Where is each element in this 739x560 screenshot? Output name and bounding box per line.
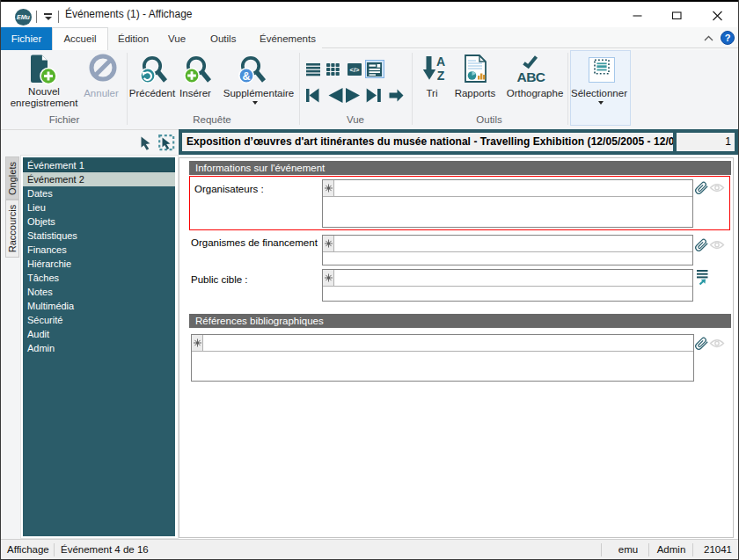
svg-text:A: A [436,55,445,69]
svg-text:&: & [242,70,250,83]
svg-text:ABC: ABC [516,69,545,84]
svg-text:</>: </> [350,66,360,74]
svg-text:Z: Z [437,69,445,83]
